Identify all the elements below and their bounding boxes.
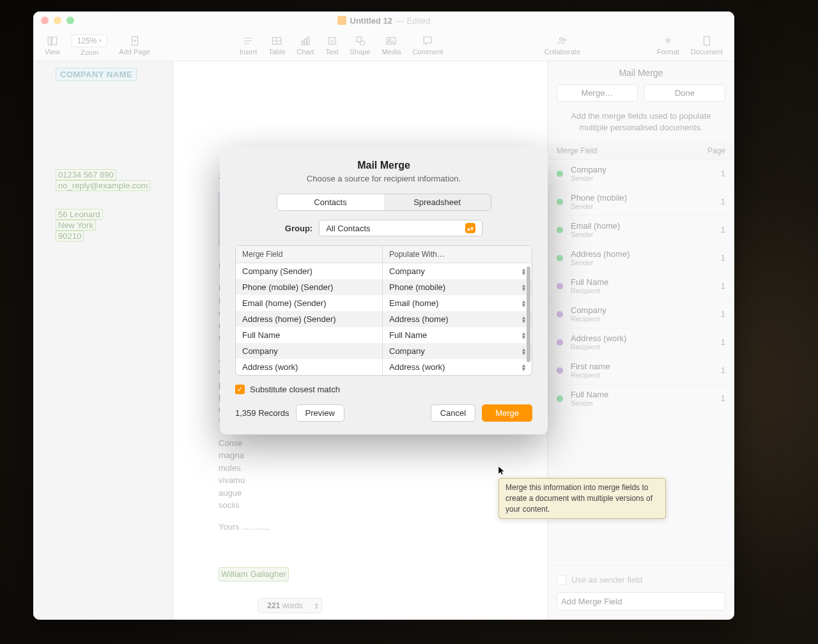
mf-addr1[interactable]: 56 Leonard — [56, 209, 103, 220]
mapping-row[interactable]: Address (home) (Sender) Address (home)▴▾ — [236, 311, 532, 327]
use-as-sender-checkbox[interactable]: Use as sender field — [557, 575, 725, 585]
sidebar-field-row[interactable]: CompanyRecipient 1 — [548, 300, 734, 328]
group-label: Group: — [285, 224, 313, 233]
sidebar-field-row[interactable]: CompanySender 1 — [548, 160, 734, 188]
merge-button[interactable]: Merge — [482, 404, 532, 422]
tb-collaborate[interactable]: Collaborate — [539, 35, 585, 56]
tb-add-page[interactable]: Add Page — [114, 35, 155, 56]
toolbar: View 125%▾Zoom Add Page Insert Table Cha… — [33, 29, 734, 61]
edited-label: — Edited — [396, 16, 430, 26]
source-segmented-control: Contacts Spreadsheet — [277, 194, 491, 211]
field-dot-icon — [557, 227, 563, 233]
tb-zoom[interactable]: 125%▾Zoom — [66, 34, 113, 56]
mf-addr2[interactable]: New York — [56, 220, 96, 231]
svg-rect-1 — [52, 37, 57, 45]
col-page: Page — [707, 146, 725, 155]
updown-icon: ▴▾ — [522, 316, 525, 323]
checkbox-icon — [557, 575, 566, 585]
mail-merge-dialog: Mail Merge Choose a source for recipient… — [220, 147, 548, 434]
updown-icon: ▴▾ — [522, 332, 525, 339]
stepper-icon: ▴▾ — [315, 602, 318, 610]
updown-icon: ▴▾ — [522, 300, 525, 307]
svg-point-21 — [563, 38, 566, 41]
seg-spreadsheet[interactable]: Spreadsheet — [384, 194, 491, 210]
mapping-row[interactable]: Phone (mobile) (Sender) Phone (mobile)▴▾ — [236, 279, 532, 295]
svg-rect-11 — [302, 41, 304, 45]
word-count[interactable]: 221 words ▴▾ — [258, 598, 322, 613]
tb-chart[interactable]: Chart — [292, 35, 320, 56]
preview-button[interactable]: Preview — [296, 404, 344, 422]
close-window[interactable] — [41, 17, 49, 24]
sidebar-title: Mail Merge — [548, 61, 734, 84]
substitute-checkbox[interactable]: ✓ Substitute closest match — [235, 385, 532, 394]
mapping-row[interactable]: Full Name Full Name▴▾ — [236, 327, 532, 343]
mapping-row[interactable]: Email (home) (Sender) Email (home)▴▾ — [236, 295, 532, 311]
sidebar-field-row[interactable]: Address (home)Sender 1 — [548, 244, 734, 272]
svg-text:A: A — [330, 38, 334, 44]
group-select[interactable]: All Contacts ▴▾ — [319, 220, 482, 236]
tb-comment[interactable]: Comment — [407, 35, 448, 56]
dialog-subtitle: Choose a source for recipient informatio… — [235, 174, 532, 183]
sidebar-help-text: Add the merge fields used to populate mu… — [548, 111, 734, 142]
tb-shape[interactable]: Shape — [345, 35, 376, 56]
add-merge-field-button[interactable]: Add Merge Field — [557, 592, 725, 611]
mapping-row[interactable]: Company Company▴▾ — [236, 343, 532, 359]
updown-icon: ▴▾ — [522, 348, 525, 355]
field-dot-icon — [557, 283, 563, 289]
field-dot-icon — [557, 339, 563, 346]
mail-merge-sidebar: Mail Merge Merge… Done Add the merge fie… — [547, 61, 734, 620]
mf-phone[interactable]: 01234 567 890 — [56, 169, 116, 180]
scrollbar[interactable] — [527, 266, 530, 362]
svg-rect-0 — [48, 37, 51, 45]
svg-point-17 — [360, 40, 365, 45]
th-populate-with: Populate With… — [383, 246, 532, 263]
doc-icon — [337, 16, 346, 25]
merge-tooltip: Merge this information into merge fields… — [498, 478, 666, 519]
svg-rect-12 — [304, 39, 306, 45]
tb-format[interactable]: Format — [652, 35, 684, 56]
sidebar-field-row[interactable]: Phone (mobile)Sender 1 — [548, 188, 734, 216]
mf-email[interactable]: no_reply@example.com — [56, 180, 150, 191]
sidebar-field-row[interactable]: Email (home)Sender 1 — [548, 216, 734, 244]
col-merge-field: Merge Field — [557, 146, 597, 155]
updown-icon: ▴▾ — [522, 364, 525, 371]
sidebar-merge-button[interactable]: Merge… — [557, 84, 638, 102]
maximize-window[interactable] — [66, 17, 74, 24]
sidebar-field-row[interactable]: First nameRecipient 1 — [548, 356, 734, 385]
field-dot-icon — [557, 395, 563, 402]
seg-contacts[interactable]: Contacts — [277, 194, 384, 210]
mapping-row[interactable]: Company (Sender) Company▴▾ — [236, 263, 532, 279]
mf-company-header[interactable]: COMPANY NAME — [56, 68, 137, 81]
cancel-button[interactable]: Cancel — [431, 404, 475, 422]
svg-point-20 — [559, 37, 562, 40]
tb-document[interactable]: Document — [686, 35, 728, 56]
tb-view[interactable]: View — [40, 35, 65, 56]
tb-insert[interactable]: Insert — [235, 35, 263, 56]
select-arrows-icon: ▴▾ — [465, 223, 475, 233]
tb-media[interactable]: Media — [376, 35, 406, 56]
field-dot-icon — [557, 171, 563, 177]
sidebar-field-row[interactable]: Full NameSender 1 — [548, 385, 734, 413]
sidebar-done-button[interactable]: Done — [644, 84, 725, 102]
titlebar: Untitled 12 — Edited — [33, 12, 734, 29]
th-merge-field: Merge Field — [236, 246, 383, 263]
mf-addr3[interactable]: 90210 — [56, 231, 84, 241]
sidebar-field-row[interactable]: Address (work)Recipient 1 — [548, 328, 734, 356]
field-dot-icon — [557, 199, 563, 205]
updown-icon: ▴▾ — [522, 268, 525, 275]
sidebar-field-row[interactable]: Full NameRecipient 1 — [548, 272, 734, 300]
field-dot-icon — [557, 367, 563, 374]
mapping-row[interactable]: Address (work) Address (work)▴▾ — [236, 359, 532, 375]
minimize-window[interactable] — [54, 17, 61, 24]
tb-text[interactable]: AText — [320, 35, 343, 56]
cursor-icon — [497, 465, 507, 475]
window-title: Untitled 12 — [350, 16, 392, 26]
mf-signature[interactable]: William Gallagher — [219, 567, 289, 581]
dialog-title: Mail Merge — [235, 160, 532, 171]
record-count: 1,359 Records — [235, 408, 289, 418]
tb-table[interactable]: Table — [263, 35, 290, 56]
field-mapping-table: Merge Field Populate With… Company (Send… — [235, 245, 532, 376]
checkbox-checked-icon: ✓ — [235, 385, 245, 394]
updown-icon: ▴▾ — [522, 284, 525, 291]
field-dot-icon — [557, 311, 563, 318]
